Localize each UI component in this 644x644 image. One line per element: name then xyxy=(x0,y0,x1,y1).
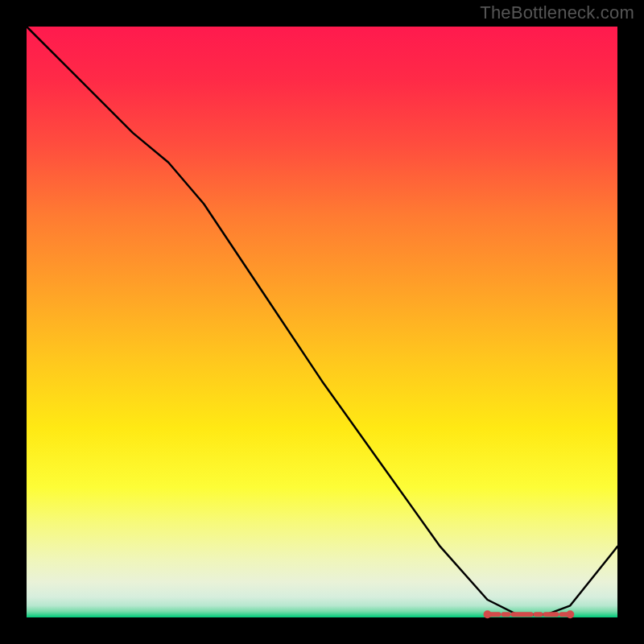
optimal-markers xyxy=(484,610,575,618)
chart-frame: TheBottleneck.com xyxy=(0,0,644,644)
svg-point-2 xyxy=(566,610,574,618)
plot-area xyxy=(27,27,617,617)
watermark-text: TheBottleneck.com xyxy=(480,2,634,23)
bottleneck-curve xyxy=(27,27,617,614)
svg-point-1 xyxy=(484,610,492,618)
curve-svg xyxy=(27,27,617,617)
